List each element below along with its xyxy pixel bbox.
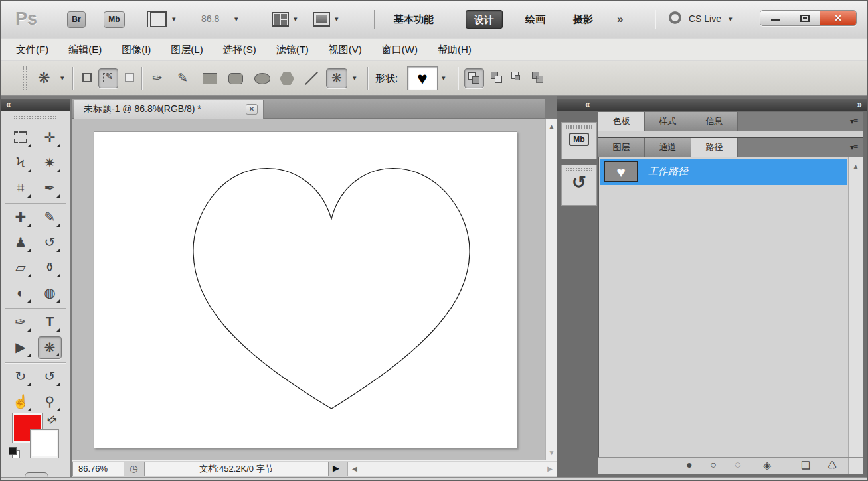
arrange-documents-dropdown-icon[interactable]: ▾: [294, 15, 298, 23]
cslive-dropdown-icon[interactable]: ▾: [729, 15, 733, 23]
type-tool[interactable]: T: [38, 311, 62, 334]
menu-view[interactable]: 视图(V): [319, 39, 372, 60]
ellipse-tool-button[interactable]: [254, 73, 270, 84]
eyedropper-tool[interactable]: ✒: [38, 177, 62, 200]
workspace-photography[interactable]: 摄影: [573, 10, 593, 29]
launch-minibridge-button[interactable]: Mb: [104, 11, 125, 28]
hand-tool[interactable]: ☝: [9, 391, 33, 413]
menu-image[interactable]: 图像(I): [112, 39, 161, 60]
history-panel-button[interactable]: ↺: [561, 165, 597, 206]
zoom-percentage-field[interactable]: 86.76%: [72, 462, 124, 476]
workspace-overflow-chevron[interactable]: »: [617, 10, 623, 29]
background-color-swatch[interactable]: [30, 429, 59, 458]
move-tool[interactable]: ✛: [38, 127, 62, 149]
new-path-button[interactable]: ❏: [801, 459, 810, 472]
dock-collapse-icon[interactable]: «: [585, 100, 590, 109]
brush-tool[interactable]: ✎: [38, 206, 62, 229]
rectangle-tool-button[interactable]: [203, 73, 217, 84]
crop-tool[interactable]: ⌗: [9, 177, 33, 200]
tab-info[interactable]: 信息: [691, 112, 738, 131]
subtract-from-path-area-button[interactable]: [489, 70, 506, 87]
cslive-label[interactable]: CS Live: [689, 13, 721, 24]
tab-styles[interactable]: 样式: [645, 112, 691, 131]
paths-mode-button[interactable]: ✎: [98, 68, 118, 88]
freeform-pen-tool-button[interactable]: ✎: [177, 70, 188, 86]
toolbox-gripper[interactable]: [14, 116, 56, 119]
minimize-button[interactable]: [760, 11, 790, 25]
menu-select[interactable]: 选择(S): [213, 39, 266, 60]
load-path-as-selection-button[interactable]: ◌: [735, 459, 741, 471]
default-colors-icon[interactable]: [9, 447, 17, 455]
shape-tools-dropdown-icon[interactable]: ▾: [353, 74, 357, 82]
options-gripper[interactable]: [23, 66, 27, 90]
menu-window[interactable]: 窗口(W): [372, 39, 428, 60]
stroke-path-button[interactable]: ○: [710, 459, 717, 471]
polygon-tool-button[interactable]: [280, 72, 294, 85]
tab-paths[interactable]: 路径: [691, 138, 738, 157]
dodge-tool[interactable]: ◐: [9, 282, 33, 305]
arrange-documents-icon[interactable]: [272, 12, 289, 27]
vertical-scrollbar[interactable]: ▲ ▼: [545, 119, 557, 460]
rectangular-marquee-tool[interactable]: [9, 127, 33, 149]
document-canvas[interactable]: [94, 131, 517, 448]
work-path-row[interactable]: ♥ 工作路径: [600, 159, 847, 185]
toolbar-collapse-icon[interactable]: «: [6, 100, 11, 109]
lasso-tool[interactable]: Ϟ: [9, 152, 33, 174]
add-to-path-area-button[interactable]: [464, 68, 484, 88]
scroll-left-icon[interactable]: ◀: [352, 465, 357, 472]
intersect-path-areas-button[interactable]: [509, 70, 527, 87]
history-brush-tool[interactable]: ↺: [38, 232, 62, 254]
3d-camera-rotate-tool[interactable]: ↺: [38, 366, 62, 388]
document-tab[interactable]: 未标题-1 @ 86.8%(RGB/8) * ✕: [74, 100, 264, 119]
3d-object-rotate-tool[interactable]: ↻: [9, 366, 33, 388]
swatches-panel-menu-icon[interactable]: ▾≡: [850, 117, 857, 126]
zoom-tool[interactable]: ⚲: [38, 391, 62, 413]
fill-path-button[interactable]: ●: [686, 459, 693, 471]
paths-scroll-up-icon[interactable]: ▲: [849, 163, 863, 170]
workspace-essentials[interactable]: 基本功能: [394, 10, 434, 29]
workspace-painting[interactable]: 绘画: [525, 10, 545, 29]
view-extras-icon[interactable]: [147, 11, 167, 27]
tab-swatches[interactable]: 色板: [598, 112, 645, 131]
document-size-info[interactable]: 文档:452.2K/0 字节: [144, 462, 329, 476]
rounded-rectangle-tool-button[interactable]: [228, 73, 243, 84]
clone-stamp-tool[interactable]: ♟: [9, 232, 33, 254]
custom-shape-tool-button[interactable]: ❋: [326, 68, 347, 88]
work-path-thumbnail[interactable]: ♥: [604, 161, 638, 182]
shape-layers-mode-button[interactable]: [79, 70, 96, 87]
tool-preset-icon[interactable]: ❋: [38, 70, 50, 87]
line-tool-button[interactable]: [305, 72, 318, 85]
scroll-right-icon[interactable]: ▶: [547, 465, 553, 472]
scroll-down-icon[interactable]: ▼: [546, 449, 557, 456]
dock-expand-icon[interactable]: »: [857, 100, 862, 109]
menu-filter[interactable]: 滤镜(T): [266, 39, 319, 60]
make-work-path-button[interactable]: ◈: [763, 459, 771, 472]
menu-help[interactable]: 帮助(H): [428, 39, 481, 60]
menu-edit[interactable]: 编辑(E): [58, 39, 112, 60]
restore-button[interactable]: [790, 11, 820, 25]
document-tab-close-icon[interactable]: ✕: [246, 104, 258, 115]
canvas-area[interactable]: [72, 119, 545, 460]
shape-picker-swatch[interactable]: ♥: [407, 66, 438, 90]
shape-picker-dropdown-icon[interactable]: ▾: [442, 74, 446, 82]
pen-tool-button[interactable]: ✑: [152, 70, 163, 86]
pen-tool[interactable]: ✑: [9, 311, 33, 334]
workspace-design[interactable]: 设计: [466, 10, 503, 29]
minibridge-panel-button[interactable]: Mb: [561, 122, 597, 159]
cslive-icon[interactable]: [669, 11, 681, 24]
scroll-up-icon[interactable]: ▲: [546, 123, 557, 130]
tab-layers[interactable]: 图层: [598, 138, 645, 157]
tab-channels[interactable]: 通道: [645, 138, 691, 157]
eraser-tool[interactable]: ▱: [9, 257, 33, 279]
view-extras-dropdown-icon[interactable]: ▾: [172, 15, 176, 23]
launch-bridge-button[interactable]: Br: [67, 11, 86, 28]
menu-file[interactable]: 文件(F): [6, 39, 58, 60]
delete-path-button[interactable]: ♺: [827, 459, 837, 472]
paths-panel-scrollbar[interactable]: ▲: [848, 157, 863, 457]
path-selection-tool[interactable]: ▶: [9, 336, 33, 359]
close-button[interactable]: ✕: [820, 11, 856, 25]
tool-preset-dropdown-icon[interactable]: ▾: [60, 74, 64, 82]
spot-healing-brush-tool[interactable]: ✚: [9, 206, 33, 229]
menu-layer[interactable]: 图层(L): [161, 39, 213, 60]
screen-mode-dropdown-icon[interactable]: ▾: [335, 15, 339, 23]
